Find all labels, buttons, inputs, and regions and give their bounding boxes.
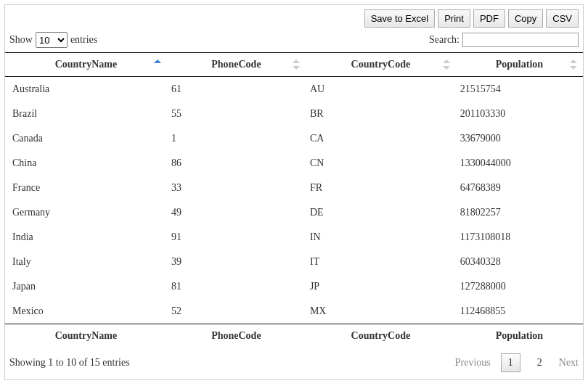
cell-pop: 81802257 (456, 200, 583, 225)
copy-button[interactable]: Copy (508, 9, 543, 28)
cell-pop: 201103330 (456, 102, 583, 126)
search-input[interactable] (462, 33, 579, 47)
col-header-phonecode[interactable]: PhoneCode (167, 53, 306, 77)
col-header-countrycode[interactable]: CountryCode (306, 53, 456, 77)
length-select[interactable]: 102550100 (36, 32, 68, 48)
cell-country: Germany (5, 200, 167, 225)
csv-button[interactable]: CSV (546, 9, 579, 28)
search-label: Search: (429, 34, 460, 46)
length-prefix: Show (9, 34, 33, 46)
cell-country: Mexico (5, 299, 167, 324)
cell-phone: 61 (167, 77, 306, 102)
datatable-container: Save to Excel Print PDF Copy CSV Show 10… (4, 4, 584, 380)
cell-code: IT (306, 250, 456, 274)
table-row: Canada1CA33679000 (5, 126, 583, 151)
cell-country: Italy (5, 250, 167, 274)
cell-pop: 64768389 (456, 176, 583, 200)
col-footer-countrycode: CountryCode (306, 324, 456, 348)
sort-both-icon (443, 59, 450, 70)
cell-code: FR (306, 176, 456, 200)
table-row: France33FR64768389 (5, 176, 583, 200)
length-suffix: entries (70, 34, 97, 46)
cell-phone: 39 (167, 250, 306, 274)
col-label: PhoneCode (211, 59, 261, 70)
cell-pop: 112468855 (456, 299, 583, 324)
cell-country: Brazil (5, 102, 167, 126)
cell-country: Australia (5, 77, 167, 102)
cell-code: MX (306, 299, 456, 324)
table-row: Germany49DE81802257 (5, 200, 583, 225)
table-row: China86CN1330044000 (5, 151, 583, 176)
length-control: Show 102550100 entries (9, 32, 97, 48)
cell-phone: 1 (167, 126, 306, 151)
col-label: CountryName (55, 59, 118, 70)
search-control: Search: (429, 33, 579, 47)
save-excel-button[interactable]: Save to Excel (364, 9, 436, 28)
table-row: Brazil55BR201103330 (5, 102, 583, 126)
cell-pop: 1330044000 (456, 151, 583, 176)
cell-phone: 91 (167, 225, 306, 250)
cell-code: BR (306, 102, 456, 126)
sort-both-icon (293, 59, 300, 70)
cell-code: CN (306, 151, 456, 176)
cell-pop: 21515754 (456, 77, 583, 102)
cell-code: IN (306, 225, 456, 250)
cell-code: CA (306, 126, 456, 151)
next-page[interactable]: Next (559, 357, 579, 369)
col-footer-population: Population (456, 324, 583, 348)
cell-phone: 55 (167, 102, 306, 126)
table-row: Australia61AU21515754 (5, 77, 583, 102)
page-1[interactable]: 1 (501, 353, 520, 372)
col-label: CountryCode (351, 59, 411, 70)
cell-pop: 60340328 (456, 250, 583, 274)
cell-country: France (5, 176, 167, 200)
sort-both-icon (570, 59, 577, 70)
data-table: CountryName PhoneCode CountryCode (5, 52, 583, 348)
cell-country: India (5, 225, 167, 250)
export-toolbar: Save to Excel Print PDF Copy CSV (5, 5, 583, 30)
cell-country: Japan (5, 274, 167, 299)
cell-code: DE (306, 200, 456, 225)
cell-country: China (5, 151, 167, 176)
table-row: Italy39IT60340328 (5, 250, 583, 274)
cell-pop: 33679000 (456, 126, 583, 151)
col-label: Population (496, 59, 543, 70)
table-controls: Show 102550100 entries Search: (5, 30, 583, 52)
col-footer-countryname: CountryName (5, 324, 167, 348)
table-row: India91IN1173108018 (5, 225, 583, 250)
col-header-population[interactable]: Population (456, 53, 583, 77)
cell-pop: 127288000 (456, 274, 583, 299)
print-button[interactable]: Print (438, 9, 470, 28)
pdf-button[interactable]: PDF (473, 9, 505, 28)
col-header-countryname[interactable]: CountryName (5, 53, 167, 77)
sort-asc-icon (154, 59, 161, 70)
cell-code: JP (306, 274, 456, 299)
cell-country: Canada (5, 126, 167, 151)
cell-phone: 86 (167, 151, 306, 176)
table-row: Mexico52MX112468855 (5, 299, 583, 324)
cell-phone: 52 (167, 299, 306, 324)
cell-phone: 81 (167, 274, 306, 299)
cell-pop: 1173108018 (456, 225, 583, 250)
cell-phone: 49 (167, 200, 306, 225)
pagination: Previous 1 2 Next (455, 353, 579, 372)
cell-code: AU (306, 77, 456, 102)
table-footer: Showing 1 to 10 of 15 entries Previous 1… (5, 348, 583, 379)
info-text: Showing 1 to 10 of 15 entries (9, 357, 130, 369)
table-row: Japan81JP127288000 (5, 274, 583, 299)
page-2[interactable]: 2 (531, 354, 549, 371)
previous-page[interactable]: Previous (455, 357, 491, 369)
cell-phone: 33 (167, 176, 306, 200)
col-footer-phonecode: PhoneCode (167, 324, 306, 348)
